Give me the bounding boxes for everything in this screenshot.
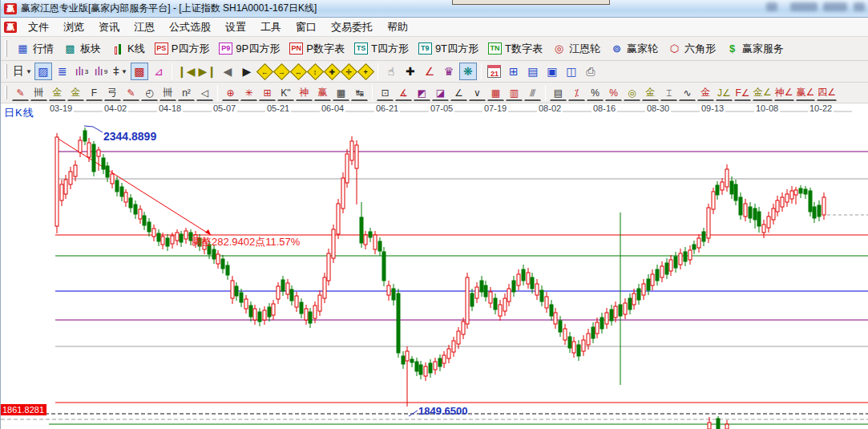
candlestick-plot[interactable] bbox=[1, 103, 868, 429]
quote-list-button[interactable]: ≣ bbox=[54, 63, 71, 80]
network-button[interactable]: ◫ bbox=[563, 63, 580, 80]
menu-item-2[interactable]: 浏览 bbox=[56, 18, 91, 36]
draw-tool-button-23[interactable]: ∡ bbox=[395, 84, 412, 101]
toolbar-grip[interactable] bbox=[5, 40, 7, 56]
menu-item-6[interactable]: 设置 bbox=[218, 18, 253, 36]
menu-item-4[interactable]: 江恩 bbox=[127, 18, 162, 36]
draw-tool-button-28[interactable]: ▦ bbox=[487, 84, 504, 101]
kline-chart-area[interactable]: 日K线 1861.8281 03-1904-0204-1805-0705-210… bbox=[1, 103, 868, 429]
draw-tool-button-10[interactable]: n² bbox=[178, 84, 195, 101]
draw-tool-button-35[interactable]: % bbox=[605, 84, 622, 101]
draw-tool-button-32[interactable]: ▤ bbox=[550, 84, 567, 101]
prev-bar-button[interactable]: ◀ bbox=[219, 63, 236, 80]
draw-tool-button-15[interactable]: ⊞ bbox=[259, 84, 276, 101]
toolbar-button-winner-service[interactable]: $赢家服务 bbox=[721, 40, 789, 58]
save-button[interactable]: ▣ bbox=[543, 63, 561, 80]
draw-tool-button-26[interactable]: ∠ bbox=[450, 84, 467, 101]
draw-tool-button-37[interactable]: 金 bbox=[642, 84, 659, 101]
first-bar-button[interactable]: ❙◀ bbox=[176, 63, 196, 80]
draw-tool-button-34[interactable]: % bbox=[587, 84, 604, 101]
draw-tool-button-33[interactable]: ⁒ bbox=[568, 84, 585, 101]
draw-tool-button-4[interactable]: 金 bbox=[67, 84, 84, 101]
calendar-button[interactable]: 21 bbox=[486, 63, 503, 80]
diamond-zoom-button[interactable]: + bbox=[357, 63, 374, 79]
diamond-left-button[interactable]: ← bbox=[256, 63, 273, 79]
diamond-center-button[interactable]: ✛ bbox=[341, 63, 357, 79]
draw-tool-button-27[interactable]: ∨ bbox=[469, 84, 486, 101]
pattern-select-button[interactable]: ❋ bbox=[459, 63, 477, 80]
toolbar-button-winner-wheel[interactable]: ⊚赢家轮 bbox=[605, 40, 663, 58]
title-bar[interactable]: 赢 赢家江恩专业版[赢家内部服务平台] - [上证指数 SH1A0001-167… bbox=[1, 0, 868, 18]
draw-tool-button-9[interactable]: 卌 bbox=[159, 84, 176, 101]
menu-item-10[interactable]: 帮助 bbox=[380, 18, 415, 36]
draw-tool-button-46[interactable]: 四∠ bbox=[817, 84, 837, 101]
diamond-expand-button[interactable]: ✚ bbox=[324, 63, 341, 79]
window-control-blur-4[interactable] bbox=[854, 2, 865, 11]
menu-item-5[interactable]: 公式选股 bbox=[162, 18, 218, 36]
print-button[interactable]: ⎙ bbox=[582, 63, 600, 80]
menu-item-9[interactable]: 交易委托 bbox=[324, 18, 380, 36]
menu-item-3[interactable]: 资讯 bbox=[91, 18, 127, 36]
chart3-button[interactable]: ılı3 bbox=[73, 63, 91, 80]
toolbar-button-pn-table[interactable]: PNP数字表 bbox=[285, 40, 349, 58]
draw-tool-button-44[interactable]: 神∠ bbox=[774, 84, 794, 101]
crosshair-tool-button[interactable]: ✚ bbox=[402, 63, 419, 80]
toolbar-button-t9-square[interactable]: T99T四方形 bbox=[414, 40, 483, 58]
window-control-blur-2[interactable] bbox=[790, 2, 818, 11]
draw-tool-button-29[interactable]: ▥ bbox=[506, 84, 523, 101]
draw-tool-button-24[interactable]: ◩ bbox=[414, 84, 430, 101]
draw-tool-button-20[interactable]: ↹ bbox=[351, 84, 368, 101]
diamond-vscroll-button[interactable]: ↕ bbox=[307, 63, 324, 79]
toolbar-button-p9-square[interactable]: P99P四方形 bbox=[214, 40, 285, 58]
toolbar-button-ps-square[interactable]: PSP四方形 bbox=[150, 40, 215, 58]
draw-tool-button-8[interactable]: ◴ bbox=[141, 84, 158, 101]
draw-tool-button-19[interactable]: ▦ bbox=[333, 84, 349, 101]
draw-tool-button-38[interactable]: ⌶ bbox=[660, 84, 677, 101]
draw-tool-button-18[interactable]: 赢 bbox=[314, 84, 331, 101]
draw-tool-button-17[interactable]: 神 bbox=[296, 84, 313, 101]
draw-tool-button-6[interactable]: 弓 bbox=[104, 84, 121, 101]
period-day-dropdown[interactable]: 日▼ bbox=[12, 63, 33, 80]
draw-tool-button-41[interactable]: J∠ bbox=[716, 84, 733, 101]
draw-tool-button-2[interactable]: 卌 bbox=[30, 84, 47, 101]
diamond-right-button[interactable]: → bbox=[273, 63, 290, 79]
draw-tool-button-36[interactable]: ◎ bbox=[624, 84, 640, 101]
draw-tool-button-42[interactable]: F∠ bbox=[734, 84, 751, 101]
toolbar-button-hexagon[interactable]: ⬡六角形 bbox=[663, 40, 721, 58]
menu-item-1[interactable]: 文件 bbox=[21, 18, 56, 36]
histogram-button[interactable]: ⊿ bbox=[150, 63, 168, 80]
last-bar-button[interactable]: ▶❙ bbox=[197, 63, 217, 80]
draw-tool-button-22[interactable]: ⊡ bbox=[377, 84, 394, 101]
crown-tool-button[interactable]: ♛ bbox=[440, 63, 458, 80]
pattern-view-button[interactable]: ▨ bbox=[34, 63, 52, 80]
toolbar-button-gann-wheel[interactable]: ◎江恩轮 bbox=[547, 40, 605, 58]
toolbar-button-market-grid[interactable]: ▦行情 bbox=[11, 40, 59, 58]
window-control-blur-1[interactable] bbox=[766, 2, 777, 11]
draw-tool-button-1[interactable]: ✎ bbox=[12, 84, 29, 101]
toolbar-button-ts-square[interactable]: TST四方形 bbox=[349, 40, 414, 58]
draw-tool-button-14[interactable]: ✳ bbox=[240, 84, 257, 101]
next-bar-button[interactable]: ▶ bbox=[238, 63, 256, 80]
menu-item-7[interactable]: 工具 bbox=[253, 18, 289, 36]
draw-tool-button-40[interactable]: 金 bbox=[697, 84, 714, 101]
menu-item-8[interactable]: 窗口 bbox=[289, 18, 324, 36]
toolbar-grip[interactable] bbox=[5, 86, 7, 100]
calculator-button[interactable]: ⊞ bbox=[505, 63, 523, 80]
draw-tool-button-13[interactable]: ⊕ bbox=[222, 84, 239, 101]
draw-tool-button-30[interactable]: ⫻ bbox=[524, 84, 541, 101]
draw-tool-button-5[interactable]: F bbox=[86, 84, 103, 101]
toolbar-button-kline[interactable]: K线 bbox=[106, 40, 150, 58]
draw-tool-button-45[interactable]: 赢∠ bbox=[796, 84, 816, 101]
draw-tool-button-7[interactable]: ✎ bbox=[123, 84, 139, 101]
draw-tool-button-25[interactable]: ◪ bbox=[432, 84, 449, 101]
window-control-blur-3[interactable] bbox=[823, 2, 847, 11]
toolbar-button-tn-table[interactable]: TNT数字表 bbox=[483, 40, 547, 58]
draw-tool-button-16[interactable]: K" bbox=[277, 84, 294, 101]
notes-button[interactable]: ▤ bbox=[524, 63, 542, 80]
draw-tool-button-11[interactable]: ◁ bbox=[196, 84, 213, 101]
draw-tool-button-43[interactable]: 金∠ bbox=[753, 84, 773, 101]
toolbar-grip[interactable] bbox=[5, 64, 7, 79]
hand-tool-button[interactable]: ☝ bbox=[382, 63, 400, 80]
chart9-button[interactable]: ılı9 bbox=[92, 63, 110, 80]
red-pattern-button[interactable]: ▩ bbox=[131, 63, 148, 80]
